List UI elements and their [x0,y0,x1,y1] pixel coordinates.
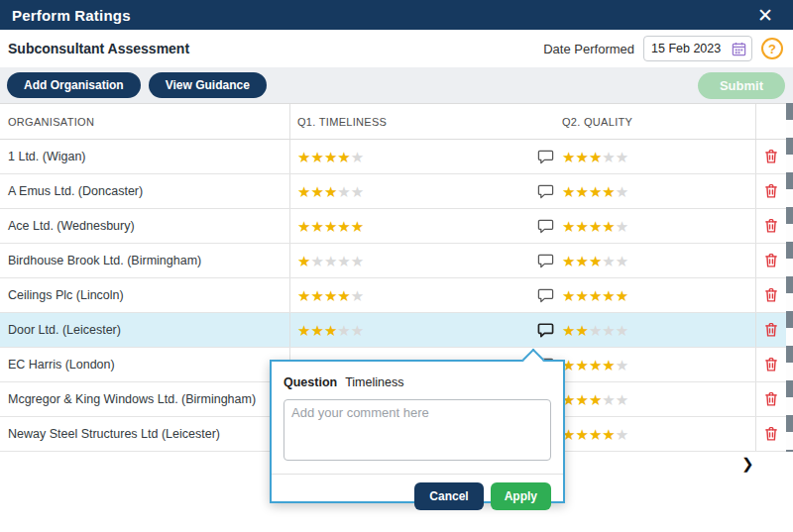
star-icon[interactable]: ★ [351,288,364,303]
star-icon[interactable]: ★ [602,254,615,268]
trash-icon[interactable] [764,149,778,164]
view-guidance-button[interactable]: View Guidance [149,72,267,98]
star-icon[interactable]: ★ [310,184,323,199]
star-icon[interactable]: ★ [589,184,602,199]
star-icon[interactable]: ★ [297,254,310,268]
star-icon[interactable]: ★ [575,219,588,234]
star-icon[interactable]: ★ [324,288,337,303]
trash-icon[interactable] [764,253,778,268]
star-icon[interactable]: ★ [297,323,310,338]
star-icon[interactable]: ★ [310,288,323,303]
star-icon[interactable]: ★ [616,219,628,234]
star-icon[interactable]: ★ [602,392,615,407]
comment-textarea[interactable] [283,399,551,461]
submit-button[interactable]: Submit [698,72,785,99]
star-icon[interactable]: ★ [589,358,602,372]
star-icon[interactable]: ★ [575,150,588,164]
star-icon[interactable]: ★ [297,150,310,164]
cancel-button[interactable]: Cancel [414,482,483,510]
star-icon[interactable]: ★ [562,219,575,234]
star-icon[interactable]: ★ [562,323,575,338]
star-icon[interactable]: ★ [602,288,615,303]
delete-cell [755,382,786,416]
star-icon[interactable]: ★ [337,219,350,234]
star-icon[interactable]: ★ [324,219,337,234]
star-icon[interactable]: ★ [602,184,615,199]
star-icon[interactable]: ★ [589,427,602,442]
star-icon[interactable]: ★ [575,254,588,268]
comment-icon[interactable] [537,323,554,338]
star-icon[interactable]: ★ [616,288,628,303]
star-icon[interactable]: ★ [337,288,350,303]
star-icon[interactable]: ★ [602,219,615,234]
add-organisation-button[interactable]: Add Organisation [7,72,141,98]
star-icon[interactable]: ★ [575,392,588,407]
star-icon[interactable]: ★ [616,254,628,268]
star-icon[interactable]: ★ [589,323,602,338]
trash-icon[interactable] [764,322,778,338]
trash-icon[interactable] [764,218,778,234]
star-icon[interactable]: ★ [324,184,337,199]
star-icon[interactable]: ★ [351,254,364,268]
star-icon[interactable]: ★ [616,392,628,407]
apply-button[interactable]: Apply [491,482,551,510]
help-icon[interactable]: ? [761,38,783,59]
comment-icon[interactable] [537,288,554,303]
star-icon[interactable]: ★ [310,323,323,338]
star-icon[interactable]: ★ [351,184,364,199]
comment-icon[interactable] [537,219,554,234]
star-icon[interactable]: ★ [297,219,310,234]
star-icon[interactable]: ★ [602,427,615,442]
next-chevron-icon[interactable]: ❯ [741,455,754,473]
star-icon[interactable]: ★ [310,219,323,234]
star-icon[interactable]: ★ [337,254,350,268]
comment-icon[interactable] [537,254,554,268]
star-icon[interactable]: ★ [616,427,628,442]
calendar-icon[interactable] [732,42,746,56]
right-edge-scroll-strip[interactable] [786,103,793,452]
star-icon[interactable]: ★ [297,184,310,199]
date-performed-input[interactable]: 15 Feb 2023 [643,36,752,61]
star-icon[interactable]: ★ [589,288,602,303]
trash-icon[interactable] [764,426,778,442]
star-icon[interactable]: ★ [562,288,575,303]
comment-icon[interactable] [537,150,554,164]
star-icon[interactable]: ★ [562,254,575,268]
star-icon[interactable]: ★ [602,323,615,338]
star-icon[interactable]: ★ [575,427,588,442]
trash-icon[interactable] [764,287,778,303]
star-icon[interactable]: ★ [337,150,350,164]
comment-icon[interactable] [537,184,554,199]
star-icon[interactable]: ★ [575,358,588,372]
star-icon[interactable]: ★ [589,219,602,234]
star-icon[interactable]: ★ [324,323,337,338]
star-icon[interactable]: ★ [589,392,602,407]
star-icon[interactable]: ★ [616,323,628,338]
star-icon[interactable]: ★ [589,254,602,268]
star-icon[interactable]: ★ [575,288,588,303]
star-icon[interactable]: ★ [324,150,337,164]
star-icon[interactable]: ★ [602,150,615,164]
star-icon[interactable]: ★ [310,254,323,268]
star-icon[interactable]: ★ [351,150,364,164]
star-icon[interactable]: ★ [616,184,628,199]
star-icon[interactable]: ★ [297,288,310,303]
star-icon[interactable]: ★ [589,150,602,164]
star-icon[interactable]: ★ [324,254,337,268]
star-icon[interactable]: ★ [337,323,350,338]
close-icon[interactable]: ✕ [751,6,779,25]
star-icon[interactable]: ★ [351,323,364,338]
star-icon[interactable]: ★ [562,184,575,199]
star-icon[interactable]: ★ [562,150,575,164]
star-icon[interactable]: ★ [575,323,588,338]
trash-icon[interactable] [764,357,778,372]
trash-icon[interactable] [764,183,778,199]
star-icon[interactable]: ★ [310,150,323,164]
star-icon[interactable]: ★ [337,184,350,199]
star-icon[interactable]: ★ [575,184,588,199]
star-icon[interactable]: ★ [602,358,615,372]
star-icon[interactable]: ★ [616,358,628,372]
star-icon[interactable]: ★ [351,219,364,234]
trash-icon[interactable] [764,391,778,407]
star-icon[interactable]: ★ [616,150,628,164]
